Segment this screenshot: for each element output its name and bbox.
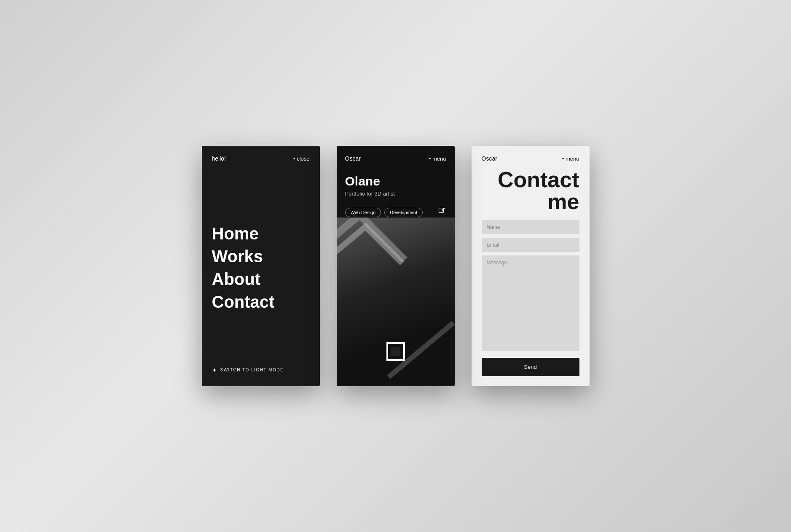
mode-toggle-bar[interactable]: ✦ SWITCH TO LIGHT MODE	[212, 367, 310, 373]
nav-contact[interactable]: Contact	[212, 291, 310, 312]
contact-heading-line1: Contact	[482, 169, 579, 191]
dark-menu-panel: hello! • close Home Works About Contact …	[202, 146, 320, 386]
panel2-menu-button[interactable]: • menu	[429, 156, 446, 162]
mode-toggle-label: SWITCH TO LIGHT MODE	[220, 368, 284, 372]
contact-form-panel: Oscar • menu Contact me Send	[472, 146, 590, 386]
panel3-brand: Oscar	[482, 155, 497, 162]
contact-form: Send	[482, 220, 579, 376]
external-link-svg	[438, 207, 446, 215]
project-card-panel: Oscar • menu Olane Portfolio for 3D arti…	[337, 146, 455, 386]
panel3-top-bar: Oscar • menu	[482, 155, 579, 162]
rectangle-inner	[391, 347, 400, 356]
nav-menu: Home Works About Contact	[212, 189, 310, 312]
panel2-top-bar: Oscar • menu	[337, 146, 455, 162]
contact-heading-line2: me	[482, 191, 579, 212]
panel3-menu-button[interactable]: • menu	[562, 156, 579, 162]
rectangle-shape	[386, 342, 405, 361]
panel1-brand: hello!	[212, 155, 226, 162]
close-button[interactable]: • close	[293, 156, 310, 162]
project-image-area	[337, 218, 455, 386]
send-button[interactable]: Send	[482, 358, 579, 376]
project-info: Olane Portfolio for 3D artist	[337, 162, 455, 203]
tag-web-design[interactable]: Web Design	[345, 208, 381, 217]
tag-development[interactable]: Development	[384, 208, 423, 217]
nav-works[interactable]: Works	[212, 246, 310, 267]
project-title: Olane	[345, 174, 446, 189]
nav-home[interactable]: Home	[212, 223, 310, 244]
project-subtitle: Portfolio for 3D artist	[345, 191, 446, 197]
project-tags: Web Design Development	[337, 203, 455, 218]
sun-icon: ✦	[212, 367, 217, 373]
contact-heading: Contact me	[482, 169, 579, 212]
email-input[interactable]	[482, 238, 579, 252]
panel2-brand: Oscar	[345, 155, 361, 162]
panel1-top-bar: hello! • close	[212, 155, 310, 162]
nav-about[interactable]: About	[212, 269, 310, 290]
message-textarea[interactable]	[482, 255, 579, 351]
external-link-icon[interactable]	[438, 207, 446, 218]
name-input[interactable]	[482, 220, 579, 234]
